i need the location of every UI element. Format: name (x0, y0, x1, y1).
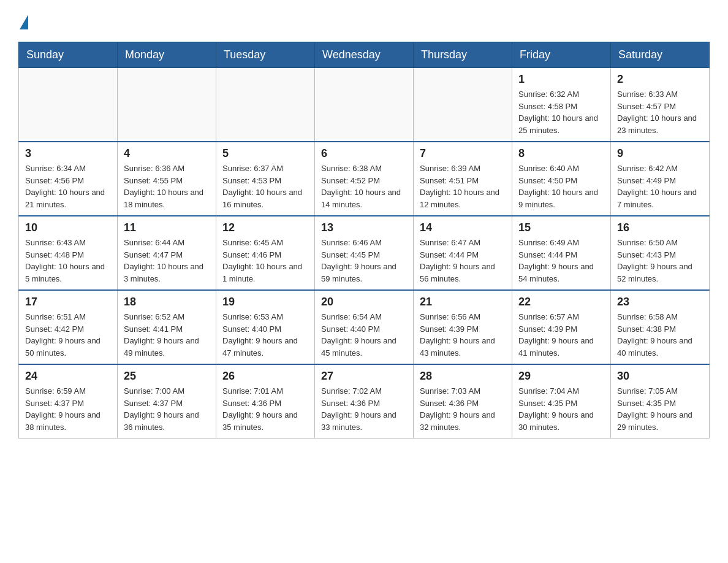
day-sun-info: Sunrise: 6:57 AM Sunset: 4:39 PM Dayligh… (518, 311, 604, 359)
day-number: 28 (420, 370, 506, 383)
day-sun-info: Sunrise: 6:58 AM Sunset: 4:38 PM Dayligh… (617, 311, 703, 359)
day-of-week-header: Tuesday (216, 42, 315, 68)
day-sun-info: Sunrise: 6:50 AM Sunset: 4:43 PM Dayligh… (617, 237, 703, 285)
calendar-cell: 24Sunrise: 6:59 AM Sunset: 4:37 PM Dayli… (19, 364, 118, 439)
calendar-week-row: 10Sunrise: 6:43 AM Sunset: 4:48 PM Dayli… (19, 216, 710, 290)
day-number: 24 (25, 370, 111, 383)
calendar-cell: 28Sunrise: 7:03 AM Sunset: 4:36 PM Dayli… (414, 364, 512, 439)
day-number: 25 (124, 370, 210, 383)
calendar-cell: 12Sunrise: 6:45 AM Sunset: 4:46 PM Dayli… (216, 216, 315, 290)
day-sun-info: Sunrise: 6:46 AM Sunset: 4:45 PM Dayligh… (321, 237, 407, 285)
day-number: 3 (25, 147, 111, 160)
calendar-cell: 22Sunrise: 6:57 AM Sunset: 4:39 PM Dayli… (512, 290, 611, 364)
calendar-cell: 18Sunrise: 6:52 AM Sunset: 4:41 PM Dayli… (118, 290, 216, 364)
logo-triangle-icon (20, 15, 28, 29)
day-number: 22 (518, 296, 604, 308)
day-number: 26 (222, 370, 308, 383)
day-number: 13 (321, 221, 407, 234)
day-of-week-header: Friday (512, 42, 611, 68)
calendar-cell: 21Sunrise: 6:56 AM Sunset: 4:39 PM Dayli… (414, 290, 512, 364)
calendar-cell: 1Sunrise: 6:32 AM Sunset: 4:58 PM Daylig… (512, 68, 611, 142)
calendar-cell: 16Sunrise: 6:50 AM Sunset: 4:43 PM Dayli… (611, 216, 710, 290)
day-sun-info: Sunrise: 6:36 AM Sunset: 4:55 PM Dayligh… (124, 163, 210, 210)
day-number: 14 (420, 221, 506, 234)
day-sun-info: Sunrise: 6:51 AM Sunset: 4:42 PM Dayligh… (25, 311, 111, 359)
calendar-cell (315, 68, 414, 142)
calendar-week-row: 24Sunrise: 6:59 AM Sunset: 4:37 PM Dayli… (19, 364, 710, 439)
calendar-cell: 6Sunrise: 6:38 AM Sunset: 4:52 PM Daylig… (315, 142, 414, 216)
calendar-cell: 29Sunrise: 7:04 AM Sunset: 4:35 PM Dayli… (512, 364, 611, 439)
calendar-week-row: 17Sunrise: 6:51 AM Sunset: 4:42 PM Dayli… (19, 290, 710, 364)
calendar-cell: 19Sunrise: 6:53 AM Sunset: 4:40 PM Dayli… (216, 290, 315, 364)
day-number: 29 (518, 370, 604, 383)
day-sun-info: Sunrise: 6:45 AM Sunset: 4:46 PM Dayligh… (222, 237, 308, 285)
day-number: 7 (420, 147, 506, 160)
day-number: 12 (222, 221, 308, 234)
day-number: 18 (124, 296, 210, 308)
day-number: 5 (222, 147, 308, 160)
calendar-cell: 17Sunrise: 6:51 AM Sunset: 4:42 PM Dayli… (19, 290, 118, 364)
calendar-week-row: 3Sunrise: 6:34 AM Sunset: 4:56 PM Daylig… (19, 142, 710, 216)
calendar-week-row: 1Sunrise: 6:32 AM Sunset: 4:58 PM Daylig… (19, 68, 710, 142)
calendar-cell: 10Sunrise: 6:43 AM Sunset: 4:48 PM Dayli… (19, 216, 118, 290)
day-number: 10 (25, 221, 111, 234)
day-number: 2 (617, 73, 703, 86)
day-number: 11 (124, 221, 210, 234)
day-of-week-header: Thursday (414, 42, 512, 68)
day-number: 9 (617, 147, 703, 160)
day-sun-info: Sunrise: 6:56 AM Sunset: 4:39 PM Dayligh… (420, 311, 506, 359)
day-number: 1 (518, 73, 604, 86)
calendar-cell: 27Sunrise: 7:02 AM Sunset: 4:36 PM Dayli… (315, 364, 414, 439)
day-number: 27 (321, 370, 407, 383)
day-sun-info: Sunrise: 6:44 AM Sunset: 4:47 PM Dayligh… (124, 237, 210, 285)
day-number: 19 (222, 296, 308, 308)
day-sun-info: Sunrise: 6:40 AM Sunset: 4:50 PM Dayligh… (518, 163, 604, 210)
page-header (18, 12, 710, 29)
calendar-cell: 26Sunrise: 7:01 AM Sunset: 4:36 PM Dayli… (216, 364, 315, 439)
day-number: 16 (617, 221, 703, 234)
calendar-cell: 9Sunrise: 6:42 AM Sunset: 4:49 PM Daylig… (611, 142, 710, 216)
calendar-cell: 3Sunrise: 6:34 AM Sunset: 4:56 PM Daylig… (19, 142, 118, 216)
day-sun-info: Sunrise: 6:34 AM Sunset: 4:56 PM Dayligh… (25, 163, 111, 210)
calendar-cell: 4Sunrise: 6:36 AM Sunset: 4:55 PM Daylig… (118, 142, 216, 216)
day-sun-info: Sunrise: 6:38 AM Sunset: 4:52 PM Dayligh… (321, 163, 407, 210)
calendar-cell: 30Sunrise: 7:05 AM Sunset: 4:35 PM Dayli… (611, 364, 710, 439)
day-sun-info: Sunrise: 6:59 AM Sunset: 4:37 PM Dayligh… (25, 385, 111, 433)
day-number: 4 (124, 147, 210, 160)
day-of-week-header: Monday (118, 42, 216, 68)
day-sun-info: Sunrise: 7:02 AM Sunset: 4:36 PM Dayligh… (321, 385, 407, 433)
day-number: 23 (617, 296, 703, 308)
calendar-header-row: SundayMondayTuesdayWednesdayThursdayFrid… (19, 42, 710, 68)
calendar-cell: 20Sunrise: 6:54 AM Sunset: 4:40 PM Dayli… (315, 290, 414, 364)
calendar-cell: 5Sunrise: 6:37 AM Sunset: 4:53 PM Daylig… (216, 142, 315, 216)
day-number: 6 (321, 147, 407, 160)
day-sun-info: Sunrise: 6:37 AM Sunset: 4:53 PM Dayligh… (222, 163, 308, 210)
day-number: 17 (25, 296, 111, 308)
day-sun-info: Sunrise: 6:39 AM Sunset: 4:51 PM Dayligh… (420, 163, 506, 210)
day-sun-info: Sunrise: 6:49 AM Sunset: 4:44 PM Dayligh… (518, 237, 604, 285)
calendar-cell (118, 68, 216, 142)
day-sun-info: Sunrise: 6:32 AM Sunset: 4:58 PM Dayligh… (518, 88, 604, 136)
day-sun-info: Sunrise: 7:00 AM Sunset: 4:37 PM Dayligh… (124, 385, 210, 433)
day-sun-info: Sunrise: 7:03 AM Sunset: 4:36 PM Dayligh… (420, 385, 506, 433)
day-sun-info: Sunrise: 7:05 AM Sunset: 4:35 PM Dayligh… (617, 385, 703, 433)
day-sun-info: Sunrise: 6:33 AM Sunset: 4:57 PM Dayligh… (617, 88, 703, 136)
day-sun-info: Sunrise: 6:47 AM Sunset: 4:44 PM Dayligh… (420, 237, 506, 285)
day-of-week-header: Wednesday (315, 42, 414, 68)
calendar-cell: 25Sunrise: 7:00 AM Sunset: 4:37 PM Dayli… (118, 364, 216, 439)
calendar-table: SundayMondayTuesdayWednesdayThursdayFrid… (18, 42, 710, 439)
calendar-cell: 15Sunrise: 6:49 AM Sunset: 4:44 PM Dayli… (512, 216, 611, 290)
day-number: 15 (518, 221, 604, 234)
day-number: 30 (617, 370, 703, 383)
calendar-cell: 14Sunrise: 6:47 AM Sunset: 4:44 PM Dayli… (414, 216, 512, 290)
day-sun-info: Sunrise: 6:52 AM Sunset: 4:41 PM Dayligh… (124, 311, 210, 359)
day-sun-info: Sunrise: 6:53 AM Sunset: 4:40 PM Dayligh… (222, 311, 308, 359)
calendar-cell (216, 68, 315, 142)
calendar-cell: 8Sunrise: 6:40 AM Sunset: 4:50 PM Daylig… (512, 142, 611, 216)
calendar-cell: 7Sunrise: 6:39 AM Sunset: 4:51 PM Daylig… (414, 142, 512, 216)
calendar-cell: 13Sunrise: 6:46 AM Sunset: 4:45 PM Dayli… (315, 216, 414, 290)
day-sun-info: Sunrise: 7:04 AM Sunset: 4:35 PM Dayligh… (518, 385, 604, 433)
day-sun-info: Sunrise: 6:43 AM Sunset: 4:48 PM Dayligh… (25, 237, 111, 285)
calendar-cell (414, 68, 512, 142)
day-sun-info: Sunrise: 6:54 AM Sunset: 4:40 PM Dayligh… (321, 311, 407, 359)
